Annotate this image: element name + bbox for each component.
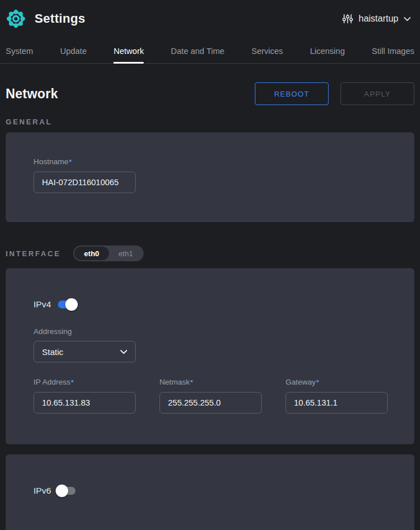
tab-still-images[interactable]: Still Images	[372, 37, 414, 63]
app-title: Settings	[35, 11, 85, 26]
network-settings-page: Network REBOOT APPLY GENERAL Hostname• I…	[0, 82, 420, 530]
tab-licensing[interactable]: Licensing	[310, 37, 345, 63]
ip-address-field-group: IP Address•	[33, 378, 136, 414]
addressing-field-group: Addressing Static	[33, 327, 387, 362]
interface-option-eth0[interactable]: eth0	[74, 247, 109, 260]
interface-segmented-control: eth0 eth1	[73, 245, 144, 261]
app-header: Settings haistartup	[0, 0, 420, 37]
required-marker: •	[316, 377, 319, 386]
ipv4-label: IPv4	[33, 299, 51, 310]
page-actions: REBOOT APPLY	[255, 82, 414, 105]
gateway-input[interactable]	[285, 392, 388, 414]
ipv6-toggle-row: IPv6	[33, 486, 387, 496]
interface-section-label: INTERFACE	[6, 249, 61, 258]
ipv6-toggle[interactable]	[58, 487, 75, 495]
required-marker: •	[71, 377, 74, 386]
ip-address-input[interactable]	[33, 392, 136, 414]
page-head: Network REBOOT APPLY	[6, 82, 414, 105]
ipv4-card: IPv4 Addressing Static IP Address•	[6, 268, 414, 444]
app-brand: Settings	[6, 9, 85, 29]
settings-tab-bar: System Update Network Date and Time Serv…	[0, 37, 420, 64]
tab-date-and-time[interactable]: Date and Time	[171, 37, 224, 63]
ipv6-label: IPv6	[33, 486, 51, 496]
gateway-field-group: Gateway•	[285, 378, 388, 414]
addressing-label: Addressing	[33, 327, 387, 336]
gateway-label: Gateway•	[285, 378, 388, 387]
gear-icon	[6, 9, 26, 29]
tab-system[interactable]: System	[6, 37, 33, 63]
toggle-knob	[56, 485, 68, 497]
ipv4-fields-row: IP Address• Netmask• Gateway•	[33, 378, 387, 414]
netmask-input[interactable]	[159, 392, 262, 414]
required-marker: •	[190, 377, 193, 386]
netmask-label: Netmask•	[159, 378, 262, 387]
required-marker: •	[69, 156, 72, 165]
tab-network[interactable]: Network	[114, 37, 144, 63]
hostname-label: Hostname•	[33, 157, 387, 166]
hostname-input[interactable]	[33, 172, 136, 193]
interface-option-eth1[interactable]: eth1	[109, 247, 142, 260]
account-name: haistartup	[359, 14, 398, 24]
chevron-down-icon	[120, 349, 128, 354]
general-section-label: GENERAL	[6, 118, 414, 126]
ipv6-card: IPv6	[6, 454, 414, 530]
apply-button: APPLY	[341, 82, 414, 105]
page-title: Network	[6, 86, 58, 102]
ipv4-toggle-row: IPv4	[33, 299, 387, 310]
ip-address-label: IP Address•	[33, 378, 136, 387]
ipv4-toggle[interactable]	[58, 301, 75, 308]
account-menu[interactable]: haistartup	[342, 12, 411, 25]
addressing-select[interactable]: Static	[33, 341, 136, 362]
interface-row: INTERFACE eth0 eth1	[6, 245, 414, 261]
tab-services[interactable]: Services	[251, 37, 283, 63]
addressing-selected-value: Static	[42, 347, 64, 357]
sliders-icon	[342, 12, 354, 25]
netmask-field-group: Netmask•	[159, 378, 262, 414]
reboot-button[interactable]: REBOOT	[255, 82, 329, 105]
toggle-knob	[65, 298, 78, 311]
chevron-down-icon	[404, 16, 411, 22]
tab-update[interactable]: Update	[60, 37, 87, 63]
hostname-field-group: Hostname•	[33, 157, 387, 193]
general-card: Hostname•	[6, 132, 414, 222]
